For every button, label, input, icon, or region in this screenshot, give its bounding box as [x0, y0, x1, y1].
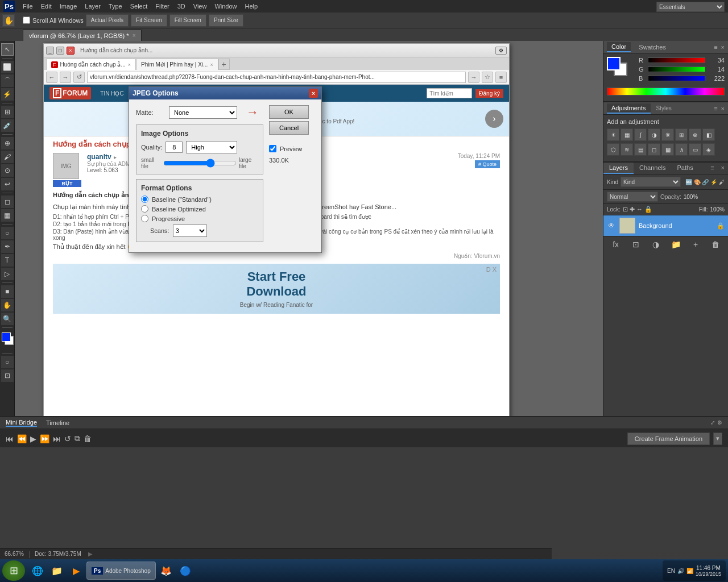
- menu-image[interactable]: Image: [56, 2, 81, 11]
- quality-slider[interactable]: [163, 159, 237, 167]
- star-btn[interactable]: ☆: [482, 72, 493, 83]
- layer-mode-select[interactable]: Normal: [607, 192, 658, 202]
- menu-file[interactable]: File: [19, 2, 36, 11]
- lasso-tool[interactable]: ⌒: [1, 74, 14, 87]
- color-spectrum-bar[interactable]: [607, 88, 725, 95]
- pen-tool[interactable]: ✒: [1, 240, 14, 253]
- adj-exposure-icon[interactable]: ◑: [648, 128, 660, 141]
- fit-screen-button[interactable]: Fit Screen: [131, 14, 167, 27]
- quote-btn[interactable]: # Quote: [475, 160, 500, 168]
- adj-colorbalance-icon[interactable]: ⊗: [689, 128, 701, 141]
- tc-skip-start-btn[interactable]: ⏮: [6, 434, 14, 443]
- status-arrow-icon[interactable]: ▶: [88, 551, 93, 557]
- layers-panel-close-icon[interactable]: ×: [718, 163, 728, 174]
- tc-copy-btn[interactable]: ⧉: [75, 434, 80, 443]
- layer-mask-btn[interactable]: ⊡: [630, 239, 642, 250]
- quick-mask-tool[interactable]: ○: [1, 356, 14, 368]
- quality-input[interactable]: [166, 142, 183, 153]
- refresh-btn[interactable]: ↺: [73, 72, 85, 83]
- tc-skip-end-btn[interactable]: ⏭: [53, 434, 61, 443]
- preview-checkbox[interactable]: [269, 145, 276, 152]
- timeline-tab[interactable]: Timeline: [46, 419, 69, 426]
- marquee-tool[interactable]: ⬜: [1, 61, 14, 73]
- forward-btn[interactable]: →: [60, 72, 71, 83]
- browser-tab-1-close[interactable]: ×: [128, 62, 131, 68]
- url-bar[interactable]: [87, 72, 466, 83]
- jpeg-cancel-button[interactable]: Cancel: [269, 121, 309, 135]
- menu-btn[interactable]: ≡: [495, 72, 507, 83]
- adj-bw-icon[interactable]: ◧: [702, 128, 715, 141]
- menu-filter[interactable]: Filter: [152, 2, 172, 11]
- color-swatches-widget[interactable]: [0, 330, 15, 351]
- layers-tab[interactable]: Layers: [603, 163, 634, 174]
- jpeg-ok-button[interactable]: OK: [269, 105, 309, 119]
- dodge-tool[interactable]: ○: [1, 227, 14, 239]
- move-tool[interactable]: ↖: [1, 43, 14, 56]
- brush-tool[interactable]: 🖌: [1, 151, 14, 163]
- color-tab[interactable]: Color: [607, 42, 631, 52]
- taskbar-ie-icon[interactable]: 🌐: [28, 562, 47, 580]
- adj-gradientmap-icon[interactable]: ▭: [689, 143, 701, 156]
- browser-tab-1[interactable]: F Huóng dẫn cách chụp ả... ×: [46, 59, 136, 70]
- taskbar-ps-btn[interactable]: Ps Adobe Photoshop: [86, 562, 156, 580]
- color-panel-close-icon[interactable]: ×: [721, 44, 725, 51]
- shape-tool[interactable]: ■: [1, 285, 14, 298]
- hand-tool[interactable]: ✋: [1, 299, 14, 311]
- document-tab-close[interactable]: ×: [133, 32, 136, 39]
- color-panel-menu-icon[interactable]: ≡: [714, 44, 717, 51]
- menu-3d[interactable]: 3D: [174, 2, 189, 11]
- layer-fx-btn[interactable]: fx: [610, 239, 622, 250]
- browser-btn-extra[interactable]: ⚙: [495, 47, 507, 55]
- layer-visibility-icon[interactable]: 👁: [607, 221, 616, 230]
- new-tab-btn[interactable]: +: [218, 59, 230, 70]
- adj-hsl-icon[interactable]: ⊞: [675, 128, 688, 141]
- kind-select[interactable]: Kind: [621, 177, 681, 187]
- type-tool[interactable]: T: [1, 254, 14, 267]
- adj-invert-icon[interactable]: ◻: [648, 143, 660, 156]
- adj-curves-icon[interactable]: ∫: [634, 128, 647, 141]
- crop-tool[interactable]: ⊞: [1, 106, 14, 118]
- menu-help[interactable]: Help: [242, 2, 262, 11]
- essentials-select[interactable]: Essentials: [656, 2, 725, 12]
- tc-delete-btn[interactable]: 🗑: [84, 434, 92, 443]
- menu-window[interactable]: Window: [211, 2, 240, 11]
- layer-group-btn[interactable]: 📁: [670, 239, 681, 250]
- create-frame-animation-btn[interactable]: Create Frame Animation: [627, 433, 710, 445]
- browser-max-btn[interactable]: □: [56, 47, 64, 55]
- history-brush-tool[interactable]: ↩: [1, 178, 14, 190]
- tc-prev-btn[interactable]: ⏪: [17, 434, 27, 443]
- channels-tab[interactable]: Channels: [634, 163, 671, 174]
- post-username[interactable]: quanltv: [87, 153, 111, 161]
- scroll-all-checkbox[interactable]: [23, 16, 30, 24]
- tc-play-btn[interactable]: ▶: [30, 434, 36, 443]
- mini-bridge-tab[interactable]: Mini Bridge: [6, 419, 37, 427]
- systray-volume-icon[interactable]: 🔊: [677, 568, 684, 574]
- layers-panel-menu-icon[interactable]: ≡: [707, 163, 717, 174]
- sfd-close-btn[interactable]: D X: [486, 266, 497, 273]
- quality-preset-select[interactable]: High: [186, 141, 237, 153]
- baseline-standard-radio[interactable]: [141, 196, 148, 203]
- gradient-tool[interactable]: ▦: [1, 209, 14, 222]
- layer-adjustment-btn[interactable]: ◑: [650, 239, 661, 250]
- matte-select[interactable]: None: [169, 106, 237, 119]
- background-layer-row[interactable]: 👁 Background 🔒: [603, 215, 728, 236]
- browser-tab-2-close[interactable]: ×: [210, 62, 213, 68]
- browser-tab-2[interactable]: Phim Mới | Phim hay | Xi... ×: [136, 59, 218, 70]
- eraser-tool[interactable]: ◻: [1, 196, 14, 208]
- taskbar-media-icon[interactable]: ▶: [67, 562, 85, 580]
- adj-photofilter-icon[interactable]: ⬡: [607, 143, 619, 156]
- menu-layer[interactable]: Layer: [81, 2, 104, 11]
- adj-selectivecolor-icon[interactable]: ◈: [702, 143, 715, 156]
- paths-tab[interactable]: Paths: [672, 163, 699, 174]
- scans-select[interactable]: 3: [173, 225, 207, 237]
- adj-vibrance-icon[interactable]: ❋: [661, 128, 674, 141]
- browser-close-btn[interactable]: ×: [67, 47, 75, 55]
- adj-panel-menu-icon[interactable]: ≡: [714, 105, 717, 112]
- adj-brightness-icon[interactable]: ☀: [607, 128, 619, 141]
- document-tab[interactable]: vforum @ 66.7% (Layer 1, RGB/8) * ×: [23, 30, 142, 41]
- adj-channelmixer-icon[interactable]: ≋: [621, 143, 633, 156]
- styles-tab[interactable]: Styles: [656, 105, 672, 111]
- create-frame-arrow-btn[interactable]: ▾: [713, 433, 722, 445]
- panel-gear-icon[interactable]: ⚙: [717, 419, 722, 426]
- taskbar-explorer-icon[interactable]: 📁: [48, 562, 66, 580]
